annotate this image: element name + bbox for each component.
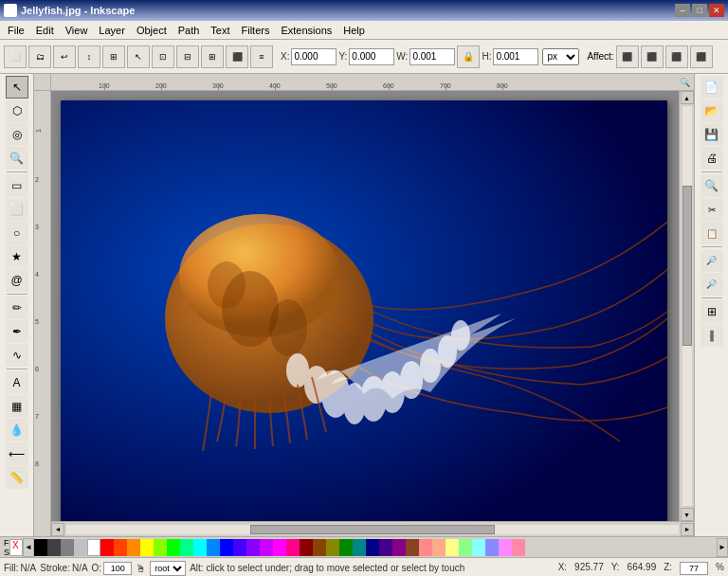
toolbar-btn-11[interactable]: ≡ [250,45,273,68]
color-swatch-cyan-green[interactable] [180,539,193,556]
tool-ellipse[interactable]: ○ [6,222,28,244]
tool-gradient[interactable]: ▦ [6,395,28,418]
opacity-input[interactable] [103,562,132,575]
right-tool-2[interactable]: 📂 [701,99,723,122]
color-swatch-light-cyan[interactable] [472,539,485,556]
right-tool-1[interactable]: 📄 [701,76,723,99]
minimize-button[interactable]: – [675,4,690,17]
x-input[interactable] [291,48,337,65]
palette-scroll-right[interactable]: ► [717,538,728,557]
right-tool-5[interactable]: 🔍 [701,174,723,197]
color-swatch-light-green[interactable] [459,539,472,556]
toolbar-btn-7[interactable]: ⊡ [152,45,174,68]
canvas-viewport[interactable] [51,91,694,521]
maximize-button[interactable]: □ [692,4,707,17]
toolbar-btn-9[interactable]: ⊞ [201,45,224,68]
tool-rect[interactable]: ▭ [6,174,28,197]
color-swatch-yellow[interactable] [140,539,154,556]
right-tool-3[interactable]: 💾 [701,123,723,146]
tool-text[interactable]: A [6,371,28,394]
toolbar-btn-8[interactable]: ⊟ [176,45,199,68]
color-swatch-purple[interactable] [260,539,273,556]
tool-selector[interactable]: ↖ [6,76,28,99]
right-tool-7[interactable]: 📋 [701,222,723,244]
color-swatch-teal[interactable] [353,539,366,556]
scrollbar-horizontal[interactable]: ◄ ► [51,521,694,536]
tool-spiral[interactable]: @ [6,269,28,292]
color-swatch-red[interactable] [100,539,114,556]
toolbar-btn-5[interactable]: ⊞ [102,45,125,68]
color-swatch-blue[interactable] [220,539,233,556]
menu-edit[interactable]: Edit [30,23,60,38]
color-swatch-white[interactable] [87,539,100,556]
palette-scroll-left[interactable]: ◄ [23,538,34,557]
color-swatch-pink[interactable] [286,539,300,556]
tool-3d-box[interactable]: ⬜ [6,198,28,221]
affect-btn-4[interactable]: ⬛ [690,45,713,68]
color-swatch-light-orange[interactable] [432,539,446,556]
scroll-track-horizontal[interactable] [66,525,679,534]
affect-btn-1[interactable]: ⬛ [616,45,639,68]
toolbar-btn-3[interactable]: ↩ [53,45,76,68]
tool-tweak[interactable]: ◎ [6,123,28,146]
w-input[interactable] [410,48,455,65]
y-input[interactable] [349,48,394,65]
color-swatch-dark-green[interactable] [339,539,353,556]
menu-help[interactable]: Help [337,23,371,38]
color-swatch-brown[interactable] [406,539,419,556]
menu-layer[interactable]: Layer [93,23,131,38]
scroll-thumb-horizontal[interactable] [250,525,495,534]
tool-node-editor[interactable]: ⬡ [6,99,28,122]
color-swatch-yellow-green[interactable] [154,539,167,556]
tool-pen[interactable]: ✒ [6,320,28,343]
scroll-up-arrow[interactable]: ▲ [681,91,694,104]
right-tool-11[interactable]: ∥ [701,324,723,347]
color-swatch-dark-red[interactable] [300,539,313,556]
color-swatch-light-blue[interactable] [485,539,499,556]
color-swatch-darkgray[interactable] [47,539,61,556]
toolbar-btn-4[interactable]: ↕ [78,45,100,68]
color-swatch-dark-yellow[interactable] [326,539,339,556]
color-swatch-black[interactable] [34,539,47,556]
right-tool-6[interactable]: ✂ [701,198,723,221]
color-swatch-light-yellow[interactable] [446,539,459,556]
scroll-track-vertical[interactable] [682,106,692,506]
right-tool-10[interactable]: ⊞ [701,300,723,323]
right-tool-8[interactable]: 🔎 [701,249,723,272]
right-tool-9[interactable]: 🔎 [701,273,723,296]
tool-dropper[interactable]: 💧 [6,419,28,441]
layer-dropdown-wrapper[interactable]: root [150,561,186,576]
tool-star[interactable]: ★ [6,245,28,268]
tool-pencil[interactable]: ✏ [6,297,28,319]
unit-selector[interactable]: px mm cm in pt [540,48,581,65]
scroll-left-arrow[interactable]: ◄ [51,523,64,536]
menu-object[interactable]: Object [131,23,173,38]
color-swatch-violet[interactable] [246,539,260,556]
h-input[interactable] [493,48,538,65]
color-swatch-magenta[interactable] [273,539,286,556]
color-swatch-gray[interactable] [61,539,74,556]
menu-text[interactable]: Text [205,23,235,38]
toolbar-btn-2[interactable]: 🗂 [28,45,51,68]
zoom-input[interactable] [680,562,708,575]
scroll-thumb-vertical[interactable] [682,186,692,346]
tool-zoom[interactable]: 🔍 [6,147,28,170]
color-swatch-navy[interactable] [366,539,379,556]
scroll-down-arrow[interactable]: ▼ [681,508,694,521]
color-swatch-indigo[interactable] [233,539,246,556]
scroll-right-arrow[interactable]: ► [681,523,694,536]
color-swatch-cyan[interactable] [193,539,207,556]
toolbar-btn-1[interactable]: ⬜ [4,45,27,68]
lock-btn[interactable]: 🔒 [457,45,480,68]
affect-btn-3[interactable]: ⬛ [665,45,688,68]
color-swatch-orange-red[interactable] [114,539,127,556]
menu-extensions[interactable]: Extensions [275,23,337,38]
color-swatch-light-purple[interactable] [499,539,512,556]
tool-calligraphy[interactable]: ∿ [6,344,28,367]
affect-btn-2[interactable]: ⬛ [641,45,664,68]
right-tool-4[interactable]: 🖨 [701,147,723,170]
menu-filters[interactable]: Filters [236,23,276,38]
layer-select[interactable]: root [150,561,186,576]
scrollbar-vertical[interactable]: ▲ ▼ [679,91,694,521]
no-color-swatch[interactable] [9,539,23,556]
